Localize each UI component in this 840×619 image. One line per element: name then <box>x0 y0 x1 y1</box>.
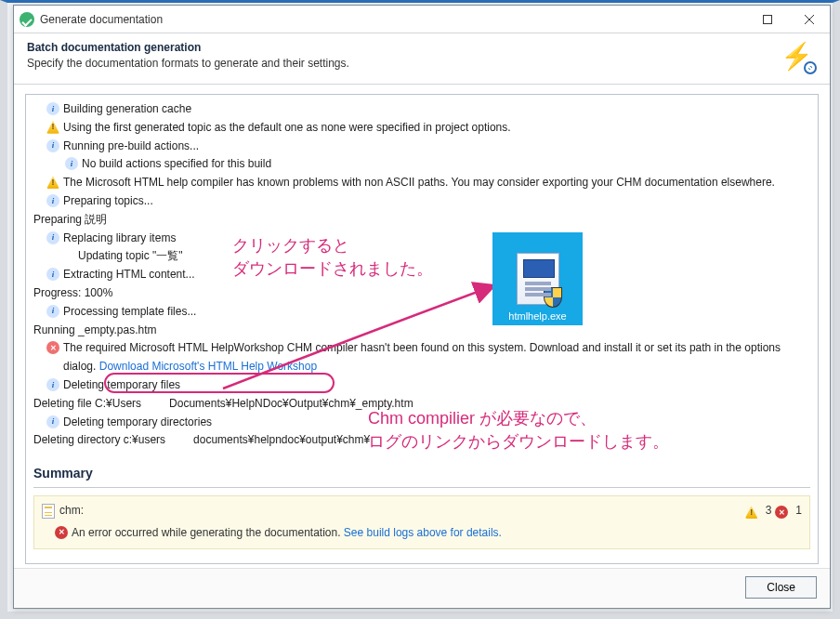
summary-warn-count: 3 <box>766 502 772 520</box>
log-line: Deleting file C:¥Users Documents¥HelpNDo… <box>33 395 413 414</box>
see-build-logs-link[interactable]: See build logs above for details. <box>344 526 502 539</box>
log-line: Extracting HTML content... <box>63 266 195 284</box>
warn-icon <box>46 121 59 134</box>
maximize-icon <box>763 15 772 24</box>
log-line: Preparing 説明 <box>33 211 107 230</box>
info-icon <box>65 157 78 170</box>
summary-name: chm: <box>59 502 84 520</box>
info-icon <box>46 305 59 318</box>
log-line: Using the first generated topic as the d… <box>63 119 511 138</box>
installer-file-icon <box>517 253 559 305</box>
log-line: Processing template files... <box>63 303 196 322</box>
button-row: Close <box>14 568 830 608</box>
log-line: The required Microsoft HTML HelpWorkshop… <box>63 339 810 376</box>
warn-icon <box>745 506 758 519</box>
subheader-heading: Batch documentation generation <box>27 41 783 54</box>
log-line: No build actions specified for this buil… <box>82 155 271 174</box>
window-close-button[interactable] <box>788 6 830 33</box>
generate-icon: ⚡ <box>783 41 817 74</box>
htmlhelp-desktop-icon[interactable]: htmlhelp.exe <box>492 232 583 325</box>
info-icon <box>46 194 59 207</box>
log-line: Deleting temporary files <box>63 376 180 395</box>
summary-heading: Summary <box>33 463 810 484</box>
window-title: Generate documentation <box>40 13 746 26</box>
close-button[interactable]: Close <box>745 576 817 599</box>
svg-rect-0 <box>763 15 771 23</box>
info-icon <box>46 378 59 391</box>
warn-icon <box>46 176 59 189</box>
divider <box>33 487 810 488</box>
log-line: Replacing library items <box>63 230 176 248</box>
maximize-button[interactable] <box>746 6 788 33</box>
log-line: Deleting directory c:¥users documents¥he… <box>33 431 370 450</box>
info-icon <box>46 139 59 152</box>
summary-err-count: 1 <box>795 502 802 520</box>
log-line: Progress: 100% <box>33 284 112 303</box>
log-line: Running _empty.pas.htm <box>33 322 157 340</box>
build-log[interactable]: Building generation cache Using the firs… <box>25 94 819 564</box>
app-icon <box>20 12 34 27</box>
error-icon <box>55 526 68 539</box>
summary-msg: An error occurred while generating the d… <box>72 524 502 543</box>
info-icon <box>46 102 59 115</box>
download-html-help-link[interactable]: Download Microsoft's HTML Help Workshop <box>99 360 317 373</box>
close-icon <box>805 15 814 24</box>
subheader-sub: Specify the documentation formats to gen… <box>27 57 783 70</box>
log-line: Updating topic "一覧" <box>78 247 183 266</box>
log-line: The Microsoft HTML help compiler has kno… <box>63 174 775 192</box>
log-line: Building generation cache <box>63 100 191 119</box>
error-icon <box>46 341 59 354</box>
gear-icon <box>804 61 817 74</box>
subheader: Batch documentation generation Specify t… <box>14 33 830 85</box>
info-icon <box>46 415 59 428</box>
uac-shield-icon <box>544 287 562 308</box>
chm-file-icon <box>42 504 55 519</box>
error-icon <box>775 506 788 519</box>
generate-documentation-dialog: Generate documentation Batch documentati… <box>13 5 831 609</box>
summary-box: chm: 3 1 An error occurred while generat… <box>33 495 810 549</box>
desktop-icon-label: htmlhelp.exe <box>508 310 566 322</box>
titlebar: Generate documentation <box>14 6 830 33</box>
log-line: Deleting temporary directories <box>63 414 212 432</box>
log-line: Preparing topics... <box>63 192 153 211</box>
info-icon <box>46 231 59 244</box>
info-icon <box>46 268 59 281</box>
log-line: Running pre-build actions... <box>63 138 199 156</box>
